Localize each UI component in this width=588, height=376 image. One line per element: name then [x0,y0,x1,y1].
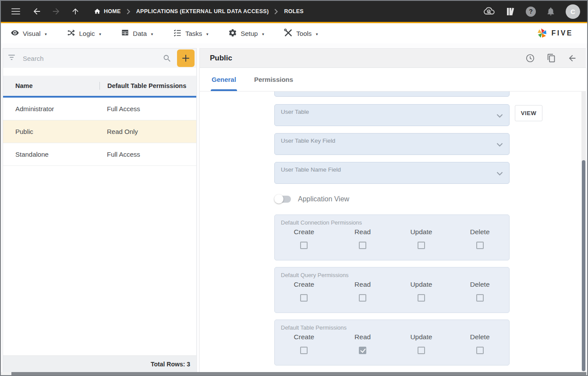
menu-icon[interactable] [11,8,20,14]
breadcrumb-roles[interactable]: ROLES [284,8,304,14]
five-logo-pinwheel [536,28,548,39]
tab-general[interactable]: General [211,68,237,91]
chevron-down-icon [496,172,503,176]
chevron-right-icon [274,9,278,14]
table-create-checkbox[interactable] [300,347,308,354]
checklist-icon [173,28,182,39]
library-icon[interactable] [505,6,516,17]
horizontal-scrollbar-thumb[interactable] [11,372,586,375]
vertical-scrollbar[interactable] [581,91,586,372]
search-icon[interactable] [163,54,172,63]
app-window: HOME APPLICATIONS (EXTERNAL URL DATA ACC… [0,0,588,376]
default-query-permissions-group: Default Query Permissions Create Read Up… [274,267,510,313]
chevron-down-icon [496,143,503,147]
add-role-button[interactable] [177,49,195,67]
chevron-down-icon [150,30,154,37]
table-read-checkbox[interactable] [359,347,366,354]
column-header-name[interactable]: Name [3,82,99,89]
flow-icon [67,28,76,39]
horizontal-scrollbar[interactable] [1,372,587,375]
filter-icon[interactable] [8,54,17,62]
query-update-checkbox[interactable] [418,294,425,302]
application-menu-bar: Visual Logic Data Tasks Setup [1,22,587,43]
user-table-key-field-select[interactable]: User Table Key Field [274,133,510,155]
user-avatar[interactable]: C [566,4,580,19]
roles-table-header: Name Default Table Permissions [3,76,196,98]
list-spacer [3,68,196,76]
chevron-down-icon [261,30,265,37]
top-navigation-bar: HOME APPLICATIONS (EXTERNAL URL DATA ACC… [1,1,587,22]
breadcrumb-applications[interactable]: APPLICATIONS (EXTERNAL URL DATA ACCESS) [136,8,269,14]
column-header-default-table-permissions[interactable]: Default Table Permissions [100,82,196,89]
breadcrumb-home[interactable]: HOME [94,8,121,15]
eye-icon [11,28,19,39]
collapse-arrow-left-icon[interactable] [567,53,577,63]
table-row-administrator[interactable]: Administrator Full Access [3,98,196,120]
detail-tabs: General Permissions [200,68,586,91]
roles-list-panel: Name Default Table Permissions Administr… [3,48,197,372]
up-icon[interactable] [70,6,81,17]
forward-icon [51,6,61,17]
menu-logic[interactable]: Logic [67,28,102,39]
breadcrumb: HOME APPLICATIONS (EXTERNAL URL DATA ACC… [94,8,304,15]
total-rows-label: Total Rows: 3 [3,355,196,372]
view-button[interactable]: VIEW [515,105,542,121]
topbar-actions: C [483,4,580,19]
tab-permissions[interactable]: Permissions [253,68,294,91]
clipped-field[interactable] [274,91,510,97]
role-detail-panel: Public General Permissions [199,48,586,372]
breadcrumb-home-label: HOME [104,8,121,14]
table-row-public[interactable]: Public Read Only [3,120,196,143]
chevron-down-icon [496,114,503,118]
table-delete-checkbox[interactable] [476,347,484,354]
connection-delete-checkbox[interactable] [476,242,484,249]
back-icon[interactable] [32,6,42,17]
chevron-down-icon [98,30,102,37]
search-bar [3,49,196,68]
detail-header: Public [200,49,586,68]
user-table-name-field-select[interactable]: User Table Name Field [274,162,510,184]
menu-tasks[interactable]: Tasks [173,28,209,39]
application-view-row: Application View [275,195,349,203]
copy-icon[interactable] [546,53,556,63]
user-table-select[interactable]: User Table [274,104,510,126]
chevron-right-icon [127,9,131,14]
query-create-checkbox[interactable] [300,294,308,302]
chevron-down-icon [315,30,319,37]
home-icon [94,8,101,15]
menu-setup[interactable]: Setup [228,28,265,39]
page-title: Public [210,54,232,63]
table-update-checkbox[interactable] [418,347,425,354]
query-read-checkbox[interactable] [359,294,366,302]
application-view-toggle[interactable] [275,196,291,203]
vertical-scrollbar-thumb[interactable] [582,160,585,371]
query-delete-checkbox[interactable] [476,294,484,302]
default-table-permissions-group: Default Table Permissions Create Read Up… [274,320,510,365]
gear-icon [228,28,237,39]
menu-tools[interactable]: Tools [284,28,319,39]
five-logo-text: FIVE [551,29,573,37]
notifications-bell-icon[interactable] [546,7,556,16]
application-view-label: Application View [298,195,349,203]
table-icon [121,28,129,38]
chevron-down-icon [44,30,48,37]
tools-icon [284,28,293,39]
menu-data[interactable]: Data [121,28,154,38]
connection-read-checkbox[interactable] [359,242,366,249]
chevron-down-icon [205,30,209,37]
menu-visual[interactable]: Visual [11,28,48,39]
default-connection-permissions-group: Default Connection Permissions Create Re… [274,214,510,260]
history-clock-icon[interactable] [525,53,535,63]
connection-create-checkbox[interactable] [300,242,308,249]
cloud-search-icon[interactable] [483,6,495,17]
connection-update-checkbox[interactable] [418,242,425,249]
search-input[interactable] [23,55,163,62]
help-icon[interactable] [526,7,536,17]
table-row-standalone[interactable]: Standalone Full Access [3,143,196,166]
form-scroll-area: User Table VIEW User Table Key Field Use… [200,91,586,372]
five-logo: FIVE [536,28,573,39]
